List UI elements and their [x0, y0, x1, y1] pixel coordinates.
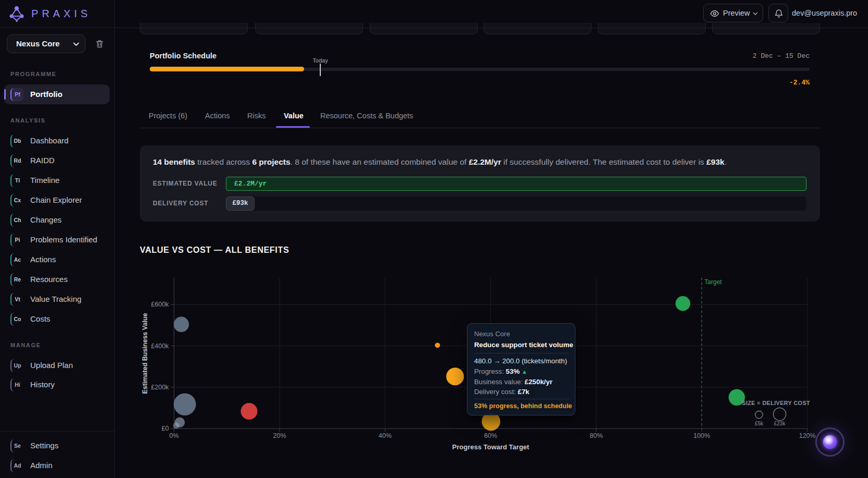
svg-text:20%: 20%: [273, 432, 286, 439]
svg-text:80%: 80%: [589, 432, 602, 439]
svg-text:Estimated Business Value: Estimated Business Value: [141, 313, 149, 394]
svg-text:100%: 100%: [693, 432, 710, 439]
svg-text:40%: 40%: [379, 432, 392, 439]
svg-text:£0: £0: [162, 425, 169, 432]
svg-text:£600k: £600k: [151, 301, 170, 308]
svg-text:£400k: £400k: [151, 342, 170, 350]
svg-text:SIZE = DELIVERY COST: SIZE = DELIVERY COST: [742, 400, 810, 406]
svg-text:£200k: £200k: [151, 384, 170, 391]
svg-text:0%: 0%: [170, 432, 179, 439]
svg-text:Progress Toward Target: Progress Toward Target: [452, 443, 529, 451]
svg-text:£5k: £5k: [755, 421, 764, 426]
svg-text:£23k: £23k: [774, 421, 786, 426]
svg-text:Target: Target: [704, 278, 722, 286]
svg-text:60%: 60%: [484, 432, 497, 439]
